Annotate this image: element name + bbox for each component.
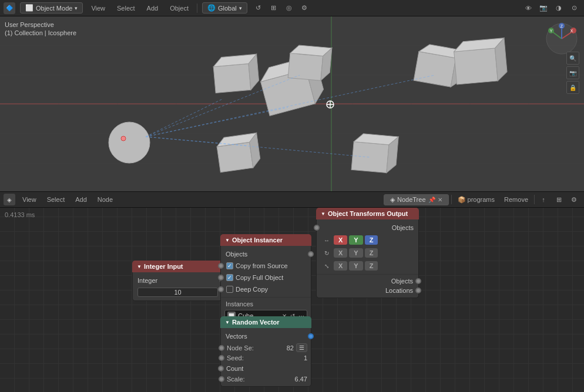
deep-copy-input-socket[interactable] [218,286,224,292]
add-menu-node[interactable]: Add [72,195,90,204]
ot-objects-out-label: Objects [321,278,413,285]
nodetree-tab[interactable]: ◈ NodeTree 📌 ✕ [384,194,449,205]
copy-full-label: Copy Full Object [236,274,306,281]
object-transforms-title: Object Transforms Output [328,210,408,217]
camera-btn[interactable]: 📷 [566,66,579,79]
close-nodetree-icon[interactable]: ✕ [438,197,442,203]
zoom-in-btn[interactable]: 🔍 [566,52,579,65]
transform-dropdown[interactable]: 🌐 Global [202,2,247,13]
viewport-background [0,16,584,191]
collapse-icon-rv[interactable]: ▼ [225,320,230,325]
x-btn-2[interactable]: X [334,248,347,258]
collapse-icon-instancer[interactable]: ▼ [225,238,230,243]
mid-bar: ◈ View Select Add Node ◈ NodeTree 📌 ✕ 📦 … [0,191,584,208]
integer-row: Integer [133,275,223,286]
view-menu[interactable]: View [88,4,109,13]
node-editor-icon[interactable]: ◈ [4,194,15,205]
collapse-icon[interactable]: ▼ [137,264,142,269]
divider-1 [221,297,311,298]
z-btn-2[interactable]: Z [365,248,378,258]
svg-rect-31 [217,142,253,172]
ot-objects-input-socket[interactable] [314,225,320,231]
y-btn-1[interactable]: Y [349,235,363,245]
snap-icon[interactable]: ⊞ [267,2,280,15]
scale-value: 6.47 [247,376,307,383]
rotate-icon[interactable]: ↺ [252,2,265,15]
seed-input-socket[interactable] [219,355,224,361]
transform-label: Global [218,5,237,12]
object-transforms-node: ▼ Object Transforms Output Objects ↔ X Y… [316,208,419,298]
node-editor[interactable]: 0.4133 ms ▼ Integer Input Integer 10 [0,208,584,392]
blender-icon[interactable]: 🔷 [4,2,15,14]
programs-btn[interactable]: 📦 programs [454,195,499,205]
ot-objects-output-row: Objects [317,276,418,286]
copy-full-input-socket[interactable] [218,275,224,281]
copy-from-input-socket[interactable] [218,263,224,269]
count-input-socket[interactable] [218,366,224,371]
xyz-row-2: ↻ X Y Z [317,246,418,259]
shading-icon[interactable]: ◑ [552,2,565,15]
viewport-controls: 🔍 📷 🔒 [566,52,579,94]
objects-output-socket[interactable] [308,251,314,257]
scale-input-socket[interactable] [219,376,224,382]
svg-rect-22 [213,63,251,93]
scale-row: Scale: 6.47 [221,374,311,384]
prop-icon[interactable]: ◎ [283,2,296,15]
deep-copy-checkbox[interactable] [226,286,233,293]
remove-btn[interactable]: Remove [501,195,532,204]
overlay-icon[interactable]: ⊙ [568,2,580,15]
node-menu-node[interactable]: Node [94,195,116,204]
integer-input-body: Integer 10 [132,272,223,301]
ot-locations-output-socket[interactable] [415,288,421,293]
node-settings-btn[interactable]: ⚙ [568,193,580,206]
ot-objects-label: Objects [322,224,414,231]
settings-icon[interactable]: ⚙ [298,2,311,15]
render-icon[interactable]: 📷 [537,2,550,15]
svg-text:Z: Z [560,24,563,28]
x-btn-3[interactable]: X [334,261,347,271]
viewport[interactable]: User Perspective (1) Collection | Icosph… [0,16,584,191]
integer-input-title: Integer Input [144,263,183,270]
add-menu[interactable]: Add [143,4,162,13]
mode-dropdown[interactable]: ⬜ Object Mode [20,2,83,13]
z-btn-3[interactable]: Z [365,261,378,271]
select-menu[interactable]: Select [113,4,139,13]
object-menu[interactable]: Object [166,4,192,13]
grid-view-btn[interactable]: ⊞ [552,193,565,206]
separator-3 [534,195,535,204]
seed-label: Seed: [227,354,244,361]
copy-from-checkbox[interactable] [226,262,233,269]
value-row: 10 [133,286,223,298]
object-instancer-title: Object Instancer [232,236,283,244]
right-icons: 👁 📷 ◑ ⊙ [522,2,580,15]
x-btn-1[interactable]: X [334,235,347,245]
select-menu-node[interactable]: Select [43,195,69,204]
z-btn-1[interactable]: Z [365,235,378,245]
count-label: Count [226,365,306,372]
vectors-output-socket[interactable] [308,333,314,339]
copy-full-checkbox[interactable] [226,274,233,281]
up-arrow-btn[interactable]: ↑ [537,193,550,206]
y-btn-3[interactable]: Y [349,261,363,271]
view-menu-node[interactable]: View [19,195,40,204]
node-seed-label: Node Se: [227,344,254,352]
node-seed-dropdown[interactable]: ☰ [296,343,307,352]
random-vector-header: ▼ Random Vector [220,316,311,328]
pin-icon[interactable]: 📌 [428,197,435,203]
y-btn-2[interactable]: Y [349,248,363,258]
separator-2 [451,195,452,204]
eye-icon[interactable]: 👁 [522,2,535,15]
ot-locations-output-row: Locations [317,286,418,295]
integer-value-field[interactable]: 10 [137,288,218,297]
copy-full-row: Copy Full Object [221,272,311,283]
ot-objects-output-socket[interactable] [415,278,421,284]
nodetree-label: NodeTree [397,196,426,203]
collection-label: (1) Collection | Icosphere [5,29,76,36]
lock-btn[interactable]: 🔒 [566,81,579,94]
copy-from-label: Copy from Source [236,262,306,269]
node-seed-input-socket[interactable] [219,345,224,351]
nodetree-icon: ◈ [390,196,395,204]
collapse-icon-ot[interactable]: ▼ [321,211,325,217]
ot-locations-label: Locations [321,287,413,294]
node-seed-value: 82 [256,344,294,352]
